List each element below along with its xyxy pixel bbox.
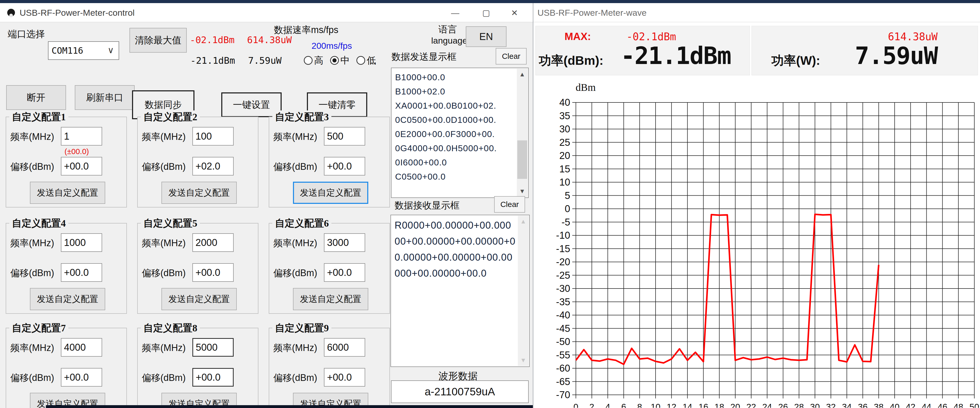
x-tick-label: 24: [762, 402, 772, 408]
y-tick-label: -60: [556, 363, 570, 374]
freq-input[interactable]: 500: [324, 127, 365, 145]
power-dbm-value: -21.1dBm: [621, 42, 731, 70]
freq-input[interactable]: 4000: [61, 338, 102, 357]
config-group-8: 自定义配置8频率(MHz)5000偏移(dBm)+00.0发送自定义配置: [137, 328, 258, 408]
offset-input[interactable]: +00.0: [61, 157, 102, 175]
send-config-button[interactable]: 发送自定义配置: [161, 288, 237, 310]
radio-icon[interactable]: [356, 56, 365, 65]
send-config-button[interactable]: 发送自定义配置: [161, 182, 237, 204]
y-tick-label: -15: [556, 243, 570, 254]
y-tick-label: 20: [559, 150, 570, 161]
offset-input[interactable]: +00.0: [61, 263, 102, 282]
y-tick-label: -5: [562, 217, 570, 228]
offset-label: 偏移(dBm): [142, 267, 186, 279]
send-config-button[interactable]: 发送自定义配置: [30, 182, 105, 204]
freq-input[interactable]: 3000: [324, 233, 365, 252]
freq-input[interactable]: 1: [61, 127, 102, 145]
y-tick-label: 15: [559, 164, 570, 174]
offset-input[interactable]: +02.0: [192, 157, 234, 175]
recv-scrollbar[interactable]: ▲ ▼: [518, 216, 529, 366]
x-tick-label: 50: [969, 402, 979, 408]
recv-clear-button[interactable]: Clear: [494, 196, 525, 213]
offset-input[interactable]: +00.0: [324, 263, 365, 282]
recv-display-text: R0000+00.00000+00.00000+00.00000+00.0000…: [395, 217, 516, 281]
freq-input[interactable]: 1000: [61, 233, 102, 252]
freq-input[interactable]: 6000: [324, 338, 365, 357]
offset-input[interactable]: +00.0: [324, 157, 365, 175]
send-config-button[interactable]: 发送自定义配置: [293, 182, 368, 204]
x-tick-label: 26: [778, 402, 788, 408]
close-button[interactable]: ✕: [503, 7, 526, 19]
radio-label: 高: [314, 54, 323, 67]
disconnect-button[interactable]: 断开: [6, 85, 66, 110]
com-port-value: COM116: [52, 45, 83, 56]
x-tick-label: 40: [890, 402, 899, 408]
rate-radio-低[interactable]: 低: [356, 54, 376, 67]
y-tick-label: 10: [559, 177, 570, 188]
freq-label: 频率(MHz): [10, 342, 54, 354]
x-tick-label: 48: [953, 402, 963, 408]
app-icon: [7, 9, 15, 16]
power-dbm-label: 功率(dBm):: [539, 53, 603, 69]
rate-radio-中[interactable]: 中: [330, 54, 350, 67]
offset-label: 偏移(dBm): [274, 161, 317, 173]
send-line: B1000+00.0: [395, 70, 515, 84]
freq-label: 频率(MHz): [142, 342, 186, 354]
send-clear-button[interactable]: Clear: [496, 48, 527, 65]
offset-input[interactable]: +00.0: [61, 368, 102, 387]
control-titlebar[interactable]: USB-RF-Power-Meter-control — ▢ ✕: [0, 3, 533, 22]
scroll-down-icon[interactable]: ▼: [518, 355, 529, 366]
offset-input[interactable]: +00.0: [192, 368, 234, 387]
send-config-button[interactable]: 发送自定义配置: [293, 288, 368, 310]
send-line: XA0001+00.0B0100+02.: [395, 99, 515, 113]
refresh-serial-button[interactable]: 刷新串口: [75, 85, 135, 110]
current-dbm-readout: -21.1dBm: [190, 55, 235, 66]
config-group-title: 自定义配置1: [9, 110, 68, 124]
background-window-strip: [0, 0, 980, 3]
send-line: 0G4000+00.0H5000+00.: [395, 141, 515, 155]
maximize-button[interactable]: ▢: [474, 7, 498, 19]
send-line: 0C0500+00.0D1000+00.: [395, 113, 515, 127]
radio-icon[interactable]: [304, 56, 313, 65]
language-en-button[interactable]: EN: [466, 26, 506, 47]
control-window: USB-RF-Power-Meter-control — ▢ ✕ 端口选择 CO…: [0, 3, 533, 408]
freq-input[interactable]: 2000: [192, 233, 234, 252]
offset-label: 偏移(dBm): [274, 371, 317, 384]
offset-input[interactable]: +00.0: [192, 263, 234, 282]
send-line: 0I6000+00.0: [395, 155, 515, 169]
send-config-button[interactable]: 发送自定义配置: [30, 288, 105, 310]
freq-input[interactable]: 100: [192, 127, 234, 145]
wave-data-input[interactable]: a-21100759uA: [391, 380, 529, 403]
x-tick-label: 28: [794, 402, 804, 408]
config-group-3: 自定义配置3频率(MHz)500偏移(dBm)+00.0发送自定义配置: [269, 116, 390, 207]
send-display-box[interactable]: B1000+00.0B1000+02.0XA0001+00.0B0100+02.…: [391, 68, 529, 198]
scroll-up-icon[interactable]: ▲: [518, 216, 529, 227]
y-tick-label: -70: [556, 389, 570, 400]
offset-input[interactable]: +00.0: [324, 368, 365, 387]
max-label: MAX:: [565, 31, 591, 42]
send-scrollbar[interactable]: ▲ ▼: [517, 69, 528, 197]
config-group-1: 自定义配置1频率(MHz)1(±00.0)偏移(dBm)+00.0发送自定义配置: [6, 116, 127, 207]
radio-icon[interactable]: [330, 56, 339, 65]
clear-max-button[interactable]: 清除最大值: [129, 28, 187, 53]
scrollbar-thumb[interactable]: [517, 140, 527, 179]
rate-radio-group: 高中低: [304, 54, 376, 67]
rate-radio-高[interactable]: 高: [304, 54, 323, 67]
max-dbm-value: -02.1dBm: [627, 31, 676, 43]
control-window-title: USB-RF-Power-Meter-control: [20, 8, 135, 18]
com-port-select[interactable]: COM116 ∨: [48, 41, 119, 60]
freq-input[interactable]: 5000: [192, 338, 234, 357]
config-group-2: 自定义配置2频率(MHz)100偏移(dBm)+02.0发送自定义配置: [137, 116, 258, 207]
minimize-button[interactable]: —: [444, 7, 467, 19]
current-uw-readout: 7.59uW: [248, 55, 282, 66]
recv-display-box[interactable]: R0000+00.00000+00.00000+00.00000+00.0000…: [390, 215, 530, 367]
chevron-down-icon: ∨: [108, 45, 114, 55]
send-box-label: 数据发送显示框: [391, 51, 457, 63]
send-display-lines: B1000+00.0B1000+02.0XA0001+00.0B0100+02.…: [395, 70, 515, 184]
scroll-up-icon[interactable]: ▲: [517, 69, 528, 80]
wave-titlebar[interactable]: USB-RF-Power-Meter-wave: [533, 3, 980, 22]
y-tick-label: 25: [559, 137, 570, 148]
config-group-title: 自定义配置4: [9, 217, 68, 230]
scroll-down-icon[interactable]: ▼: [517, 186, 528, 197]
data-rate-value: 200ms/fps: [312, 41, 352, 51]
